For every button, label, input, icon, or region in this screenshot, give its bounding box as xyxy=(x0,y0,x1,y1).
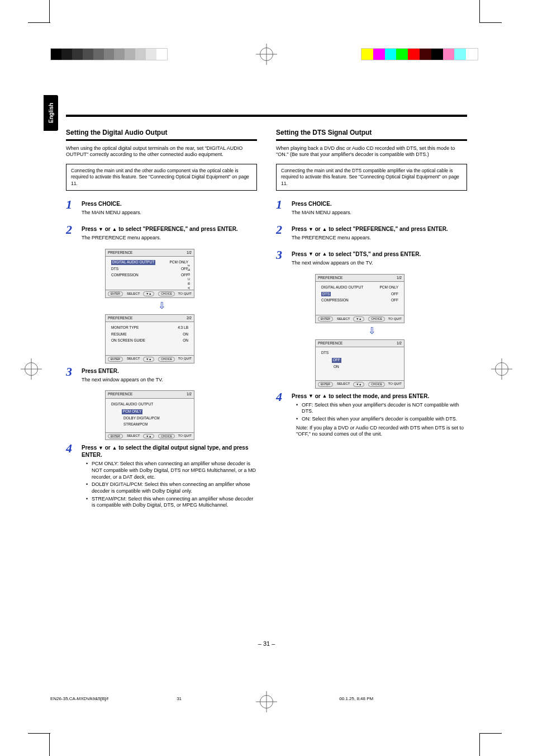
step-number: 4 xyxy=(66,442,76,510)
step-1: 1 Press CHOICE. The MAIN MENU appears. xyxy=(66,199,257,218)
tv-title: PREFERENCE xyxy=(108,316,132,320)
right-column: Setting the DTS Signal Output When playi… xyxy=(276,129,467,516)
choice-button-icon: CHOICE xyxy=(368,316,384,322)
choice-button-icon: CHOICE xyxy=(158,434,174,439)
crop-mark xyxy=(479,22,502,23)
step-2: 2 Press ▼ or ▲ to select "PREFERENCE," a… xyxy=(66,224,257,243)
option-list: PCM ONLY: Select this when connecting an… xyxy=(82,461,257,509)
enter-button-icon: ENTER xyxy=(318,382,333,387)
down-triangle-icon: ▼ xyxy=(308,251,313,258)
cursor-icon: ▸ xyxy=(119,409,121,414)
file-footer: EN26-35.CA-MXDVA9&5[B]/f 31 00.1.25, 8:4… xyxy=(50,696,373,701)
list-item: DOLBY DIGITAL/PCM: Select this when conn… xyxy=(86,481,257,494)
info-panel: Connecting the main unit and the DTS com… xyxy=(276,164,467,191)
step-text: The MAIN MENU appears. xyxy=(292,210,467,216)
choice-button-icon: CHOICE xyxy=(368,382,384,387)
step-title: Press CHOICE. xyxy=(292,200,467,207)
step-title: Press CHOICE. xyxy=(82,200,257,207)
step-2: 2 Press ▼ or ▲ to select "PREFERENCE," a… xyxy=(276,224,467,243)
step-text: The PREFERENCE menu appears. xyxy=(82,235,257,242)
page-content: Setting the Digital Audio Output When us… xyxy=(66,129,467,516)
color-calibration-bar xyxy=(361,48,478,60)
down-arrow-icon: ⇩ xyxy=(66,300,257,312)
tv-title: PREFERENCE xyxy=(318,341,342,346)
crop-mark xyxy=(479,0,480,22)
step-number: 2 xyxy=(66,224,76,243)
down-triangle-icon: ▼ xyxy=(308,226,313,233)
file-timestamp: 00.1.25, 8:48 PM xyxy=(339,696,373,701)
tv-page: 1/2 xyxy=(187,251,192,255)
list-item: PCM ONLY: Select this when connecting an… xyxy=(86,461,257,480)
enter-button-icon: ENTER xyxy=(108,291,123,296)
step-1: 1 Press CHOICE. The MAIN MENU appears. xyxy=(276,199,467,218)
info-panel: Connecting the main unit and the other a… xyxy=(66,164,257,191)
tv-selected-item: DTS xyxy=(321,292,331,296)
registration-mark-icon xyxy=(260,48,273,61)
crop-mark xyxy=(479,733,502,734)
section-rule xyxy=(66,115,467,117)
intro-text: When playing back a DVD disc or Audio CD… xyxy=(276,145,467,158)
registration-mark-icon xyxy=(25,362,38,376)
down-triangle-icon: ▼ xyxy=(98,226,103,233)
tv-title: PREFERENCE xyxy=(108,392,132,396)
tv-page: 2/2 xyxy=(187,316,192,320)
file-page: 31 xyxy=(177,696,182,701)
choice-button-icon: CHOICE xyxy=(158,291,174,296)
crop-mark xyxy=(49,734,50,756)
left-column: Setting the Digital Audio Output When us… xyxy=(66,129,257,516)
rotated-text-icon: ABCDEF xyxy=(187,262,192,289)
registration-mark-icon xyxy=(495,362,508,376)
select-button-icon: ▼▲ xyxy=(143,434,154,439)
down-arrow-icon: ⇩ xyxy=(276,325,467,337)
cursor-icon: ▸ xyxy=(329,358,331,362)
step-title: Press ▼ or ▲ to select the digital outpu… xyxy=(82,444,257,459)
select-button-icon: ▼▲ xyxy=(353,316,364,322)
down-triangle-icon: ▼ xyxy=(98,445,103,452)
step-number: 3 xyxy=(66,366,76,385)
tv-title: PREFERENCE xyxy=(318,276,342,280)
tv-screen-preference-2: PREFERENCE 2/2 MONITOR TYPE4:3 LB RESUME… xyxy=(105,314,194,363)
note-text: Note: If you play a DVD or Audio CD reco… xyxy=(292,425,467,438)
section-title-left: Setting the Digital Audio Output xyxy=(66,129,257,141)
crop-mark xyxy=(49,0,50,22)
crop-mark xyxy=(28,22,50,23)
step-number: 3 xyxy=(276,249,286,268)
tv-selected-option: PCM ONLY xyxy=(122,409,142,414)
step-title: Press ▼ or ▲ to select the mode, and pre… xyxy=(292,393,467,400)
tv-page: 1/2 xyxy=(397,341,402,346)
tv-selected-item: DIGITAL AUDIO OUTPUT xyxy=(111,260,155,264)
tv-screen-digital-audio: PREFERENCE 1/2 DIGITAL AUDIO OUTPUT ▸ PC… xyxy=(105,390,194,440)
section-title-right: Setting the DTS Signal Output xyxy=(276,129,467,141)
step-number: 1 xyxy=(276,199,286,218)
filename: EN26-35.CA-MXDVA9&5[B]/f xyxy=(50,696,108,701)
intro-text: When using the optical digital output te… xyxy=(66,145,257,158)
step-3: 3 Press ENTER. The next window appears o… xyxy=(66,366,257,385)
step-text: The next window appears on the TV. xyxy=(82,377,257,384)
list-item: OFF: Select this when your amplifier's d… xyxy=(296,402,467,415)
step-text: The PREFERENCE menu appears. xyxy=(292,235,467,242)
list-item: STREAM/PCM: Select this when connecting … xyxy=(86,496,257,509)
tv-screen-dts-options: PREFERENCE 1/2 DTS ▸ OFF ON ENTER SELECT… xyxy=(315,339,404,389)
tv-page: 1/2 xyxy=(187,392,192,396)
step-4: 4 Press ▼ or ▲ to select the digital out… xyxy=(66,442,257,510)
step-title: Press ▼ or ▲ to select "DTS," and press … xyxy=(292,251,467,258)
enter-button-icon: ENTER xyxy=(318,316,333,322)
step-title: Press ENTER. xyxy=(82,367,257,375)
step-title: Press ▼ or ▲ to select "PREFERENCE," and… xyxy=(292,225,467,233)
option-list: OFF: Select this when your amplifier's d… xyxy=(292,402,467,423)
step-number: 4 xyxy=(276,391,286,440)
crop-mark xyxy=(28,733,50,734)
step-4: 4 Press ▼ or ▲ to select the mode, and p… xyxy=(276,391,467,440)
language-tab: English xyxy=(44,95,58,131)
grayscale-calibration-bar xyxy=(50,48,168,60)
choice-button-icon: CHOICE xyxy=(158,357,174,362)
tv-page: 1/2 xyxy=(397,276,402,280)
tv-selected-option: OFF xyxy=(332,358,341,362)
tv-title: PREFERENCE xyxy=(108,251,132,255)
select-button-icon: ▼▲ xyxy=(353,382,364,387)
step-number: 1 xyxy=(66,199,76,218)
step-title: Press ▼ or ▲ to select "PREFERENCE," and… xyxy=(82,225,257,233)
tv-screen-preference-dts: PREFERENCE 1/2 DIGITAL AUDIO OUTPUTPCM O… xyxy=(315,274,404,323)
list-item: ON: Select this when your amplifier's de… xyxy=(296,416,467,423)
down-triangle-icon: ▼ xyxy=(308,393,313,400)
